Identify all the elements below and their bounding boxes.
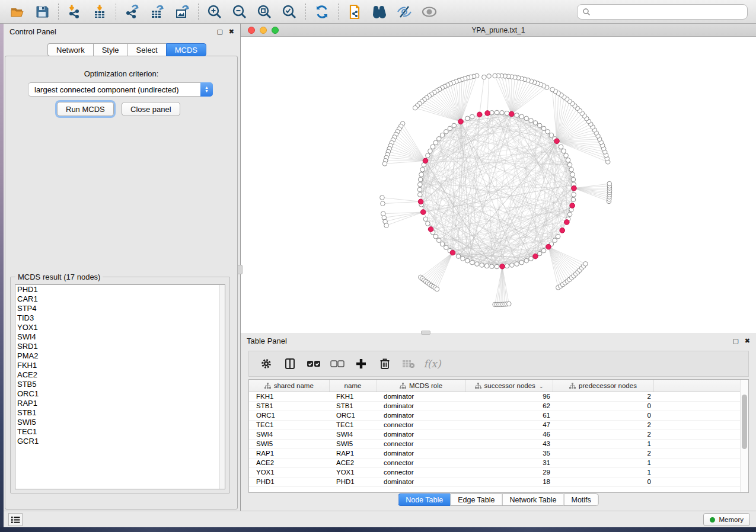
cell-successors[interactable]: 46 [465,430,553,439]
network-from-document-icon[interactable] [344,3,365,21]
cell-empty[interactable] [653,458,741,467]
cell-shared_name[interactable]: YOX1 [249,467,329,477]
cell-predecessors[interactable]: 2 [553,420,653,430]
save-icon[interactable] [32,3,52,21]
search-input[interactable] [591,6,747,18]
graph-node[interactable] [417,182,422,187]
mcds-result-item[interactable]: RAP1 [15,399,225,408]
graph-node[interactable] [505,111,509,116]
graph-node[interactable] [495,110,499,115]
graph-node[interactable] [436,238,441,243]
close-panel-icon[interactable]: ✖ [229,28,234,35]
table-row[interactable]: ORC1ORC1dominator610 [249,411,741,420]
graph-node[interactable] [420,168,425,172]
cell-shared_name[interactable]: PHD1 [249,477,329,486]
graph-node[interactable] [550,87,555,92]
graph-node[interactable] [607,181,612,186]
graph-node[interactable] [537,123,542,128]
graph-mcds-hub-node[interactable] [533,254,538,259]
graph-node[interactable] [567,212,572,217]
tab-network-table[interactable]: Network Table [502,493,564,506]
graph-node[interactable] [553,238,557,243]
cell-shared_name[interactable]: SWI5 [249,439,329,448]
graph-node[interactable] [480,263,484,268]
graph-node[interactable] [381,201,385,206]
cell-successors[interactable]: 18 [465,477,553,486]
graph-node[interactable] [426,222,430,226]
mcds-result-item[interactable]: ORC1 [15,389,225,399]
mcds-result-item[interactable]: STP4 [15,304,225,313]
criterion-dropdown[interactable]: largest connected component (undirected)… [28,82,213,97]
column-header-name[interactable]: name [329,380,377,392]
table-scrollbar[interactable] [740,380,748,492]
close-panel-button[interactable]: Close panel [122,102,180,116]
cell-role[interactable]: dominator [377,448,465,458]
graph-node[interactable] [571,177,576,182]
graph-node[interactable] [482,75,487,79]
search-binoculars-icon[interactable] [369,3,390,21]
vertical-splitter-handle[interactable] [237,265,243,274]
cell-successors[interactable]: 96 [465,392,553,401]
graph-mcds-hub-node[interactable] [477,112,482,117]
cell-predecessors[interactable]: 0 [553,401,653,411]
mcds-result-item[interactable]: TEC1 [15,427,225,437]
deselect-all-checkboxes-icon[interactable] [330,356,345,371]
float-panel-icon[interactable]: ▢ [216,28,222,35]
mcds-result-item[interactable]: STB1 [15,408,225,418]
graph-node[interactable] [433,234,438,239]
graph-mcds-hub-node[interactable] [423,158,428,164]
graph-node[interactable] [487,74,492,79]
mcds-result-item[interactable]: PMA2 [15,351,225,361]
graph-mcds-hub-node[interactable] [570,203,575,209]
graph-node[interactable] [382,162,387,166]
graph-node[interactable] [465,258,470,263]
cell-name[interactable]: ORC1 [329,411,377,420]
graph-node[interactable] [384,223,389,228]
graph-node[interactable] [569,168,574,172]
tab-motifs[interactable]: Motifs [563,493,598,506]
graph-mcds-hub-node[interactable] [572,185,577,191]
graph-node[interactable] [380,196,385,200]
horizontal-splitter-handle[interactable] [421,331,430,335]
cell-shared_name[interactable]: ACE2 [249,458,329,467]
cell-empty[interactable] [653,467,741,477]
zoom-fit-icon[interactable] [254,3,275,21]
float-table-panel-icon[interactable]: ▢ [732,338,738,344]
graph-node[interactable] [423,217,428,222]
cell-empty[interactable] [653,420,741,430]
graph-node[interactable] [418,177,423,182]
hide-selected-icon[interactable] [394,3,414,21]
graph-node[interactable] [556,234,560,239]
graph-mcds-hub-node[interactable] [418,199,423,204]
graph-node[interactable] [529,257,534,261]
tab-mcds[interactable]: MCDS [166,43,206,56]
graph-node[interactable] [541,126,546,131]
cell-role[interactable]: dominator [377,411,465,420]
graph-node[interactable] [461,257,465,261]
cell-successors[interactable]: 47 [465,420,553,430]
task-history-button[interactable] [8,513,23,526]
graph-node[interactable] [417,187,422,192]
table-row[interactable]: YOX1YOX1connector291 [249,467,741,477]
column-header-predecessor-nodes[interactable]: predecessor nodes [553,380,653,392]
mcds-result-item[interactable]: ACE2 [15,370,225,380]
mcds-result-item[interactable]: SWI4 [15,332,225,342]
tab-node-table[interactable]: Node Table [398,493,450,506]
show-eye-icon[interactable] [419,3,439,21]
cell-name[interactable]: SWI4 [329,430,377,439]
cell-role[interactable]: dominator [377,477,465,486]
cell-successors[interactable]: 62 [465,401,553,411]
graph-node[interactable] [433,140,438,145]
graph-node[interactable] [564,153,569,158]
cell-empty[interactable] [653,448,741,458]
table-row[interactable]: TEC1TEC1connector472 [249,420,741,430]
column-header-successor-nodes[interactable]: successor nodes⌄ [465,380,553,392]
graph-mcds-hub-node[interactable] [450,250,455,255]
graph-node[interactable] [500,110,505,115]
cell-name[interactable]: SWI5 [329,439,377,448]
table-row[interactable]: RAP1RAP1dominator352 [249,448,741,458]
mcds-result-item[interactable]: FKH1 [15,361,225,370]
cell-shared_name[interactable]: ORC1 [249,411,329,420]
graph-node[interactable] [519,114,524,119]
zoom-in-icon[interactable] [205,3,225,21]
